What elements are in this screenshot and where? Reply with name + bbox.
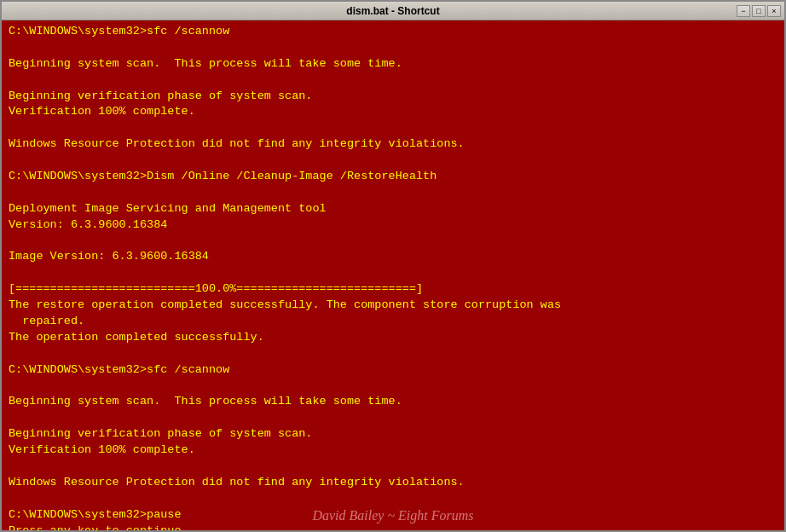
close-button[interactable]: × — [767, 5, 781, 17]
title-bar-controls: − □ × — [737, 5, 781, 17]
maximize-button[interactable]: □ — [752, 5, 766, 17]
minimize-button[interactable]: − — [737, 5, 750, 17]
title-bar: dism.bat - Shortcut − □ × — [2, 2, 784, 20]
watermark: David Bailey ~ Eight Forums — [312, 508, 473, 523]
console-area[interactable]: C:\WINDOWS\system32>sfc /scannow Beginni… — [2, 20, 784, 530]
window-title: dism.bat - Shortcut — [49, 5, 737, 17]
console-output: C:\WINDOWS\system32>sfc /scannow Beginni… — [9, 24, 777, 530]
window: dism.bat - Shortcut − □ × C:\WINDOWS\sys… — [0, 0, 786, 532]
